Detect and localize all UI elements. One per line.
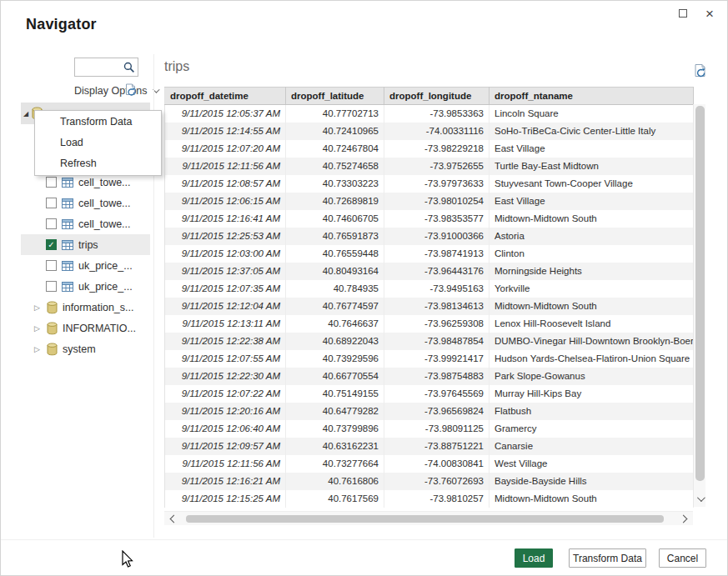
expand-icon[interactable]: ▷ [34,345,43,353]
table-cell: 9/11/2015 12:20:16 AM [165,403,286,420]
maximize-button[interactable] [672,4,694,23]
checkbox[interactable] [46,198,57,208]
vertical-scrollbar-thumb[interactable] [695,106,705,481]
table-cell: -73.98010254 [384,193,490,210]
checkbox[interactable] [46,260,57,271]
table-row: 9/11/2015 12:16:21 AM40.7616806-73.76072… [165,473,694,490]
table-cell: 9/11/2015 12:25:53 AM [165,228,286,245]
table-cell: -73.9853363 [384,105,490,123]
checkbox[interactable]: ✓ [46,239,57,250]
table-row: 9/11/2015 12:37:05 AM40.80493164-73.9644… [165,263,694,280]
table-cell: -73.96259308 [384,315,490,333]
refresh-preview-icon[interactable] [693,63,708,82]
table-cell: Lenox Hill-Roosevelt Island [490,315,694,333]
search-input[interactable] [75,58,123,76]
table-row: 9/11/2015 12:06:15 AM40.72689819-73.9801… [165,193,694,210]
table-cell: Stuyvesant Town-Cooper Village [490,175,694,193]
table-row: 9/11/2015 12:22:30 AM40.66770554-73.9875… [165,368,694,385]
table-cell: Clinton [490,245,694,263]
tree-item-label: cell_towe... [78,218,131,230]
tree-item-uk-price[interactable]: uk_price_... [21,255,150,276]
table-cell: -73.99921417 [384,350,490,368]
table-row: 9/11/2015 12:05:37 AM40.77702713-73.9853… [165,105,694,123]
checkbox[interactable] [46,177,57,188]
vertical-scrollbar[interactable] [693,104,705,507]
table-cell: -73.97973633 [384,175,490,193]
table-cell: Lincoln Square [490,105,694,123]
table-row: 9/11/2015 12:08:57 AM40.73303223-73.9797… [165,175,694,193]
display-options-dropdown[interactable]: Display Options [74,85,158,97]
column-header-dropoff-datetime: dropoff_datetime [165,88,286,105]
scroll-left-icon[interactable] [170,515,178,523]
tree-item-label: INFORMATIO... [63,323,136,334]
table-cell: 40.73277664 [286,455,384,473]
table-cell: Murray Hill-Kips Bay [490,385,694,403]
table-cell: 9/11/2015 12:12:04 AM [165,298,286,315]
table-row: 9/11/2015 12:14:55 AM40.72410965-74.0033… [165,123,694,140]
table-row: 9/11/2015 12:25:53 AM40.76591873-73.9100… [165,228,694,245]
table-icon [62,198,73,208]
table-cell: 40.76774597 [286,298,384,315]
preview-table-container: dropoff_datetimedropoff_latitudedropoff_… [164,87,693,508]
table-cell: 9/11/2015 12:11:56 AM [165,158,286,175]
close-button[interactable]: × [699,4,720,23]
checkbox[interactable] [46,218,57,229]
context-menu: Transform DataLoadRefresh [34,110,162,176]
table-cell: 9/11/2015 12:16:41 AM [165,210,286,228]
table-cell: 40.72689819 [286,193,384,210]
checkbox[interactable] [46,281,57,292]
search-icon[interactable] [123,62,135,73]
close-icon: × [705,7,714,21]
scroll-down-icon[interactable] [697,493,705,502]
table-cell: 40.784935 [286,280,384,298]
tree-item-system[interactable]: ▷system [21,338,150,359]
table-cell: Yorkville [490,280,694,298]
table-cell: 9/11/2015 12:11:56 AM [165,455,286,473]
collapse-icon[interactable]: ◢ [23,110,28,118]
horizontal-scrollbar[interactable] [164,511,693,525]
table-row: 9/11/2015 12:11:56 AM40.73277664-74.0083… [165,455,694,473]
expand-icon[interactable]: ▷ [34,303,43,312]
table-row: 9/11/2015 12:07:22 AM40.75149155-73.9764… [165,385,694,403]
menu-item-refresh[interactable]: Refresh [35,153,161,174]
transform-data-button[interactable]: Transform Data [569,548,646,568]
horizontal-scrollbar-thumb[interactable] [186,515,664,523]
table-cell: West Village [490,455,694,473]
table-cell: -74.00331116 [384,123,490,140]
table-cell: 9/11/2015 12:06:15 AM [165,193,286,210]
table-icon [62,282,73,292]
tree-item-uk-price[interactable]: uk_price_... [21,276,150,297]
refresh-schema-icon[interactable] [124,83,138,100]
table-cell: East Village [490,140,694,158]
database-icon [47,322,58,335]
table-row: 9/11/2015 12:20:16 AM40.64779282-73.9656… [165,403,694,420]
table-cell: -73.98134613 [384,298,490,315]
tree-item-trips[interactable]: ✓trips [21,234,150,255]
load-button[interactable]: Load [515,548,553,568]
table-cell: 9/11/2015 12:22:38 AM [165,333,286,350]
tree-item-cell-towe[interactable]: cell_towe... [21,193,150,213]
table-cell: 40.76559448 [286,245,384,263]
table-cell: 40.68922043 [286,333,384,350]
tree-item-cell-towe[interactable]: cell_towe... [21,213,150,234]
table-cell: 40.80493164 [286,263,384,280]
tree-item-information-s[interactable]: ▷information_s... [21,297,150,318]
table-cell: 40.73929596 [286,350,384,368]
table-row: 9/11/2015 12:07:35 AM40.784935-73.949516… [165,280,694,298]
preview-title: trips [164,59,189,74]
column-header-dropoff-latitude: dropoff_latitude [286,88,384,105]
table-cell: 40.7616806 [286,473,384,490]
table-cell: 40.76591873 [286,228,384,245]
menu-item-transform-data[interactable]: Transform Data [35,112,161,133]
menu-item-load[interactable]: Load [35,133,161,153]
table-row: 9/11/2015 12:13:11 AM40.7646637-73.96259… [165,315,694,333]
expand-icon[interactable]: ▷ [34,324,43,333]
tree-item-informatio[interactable]: ▷INFORMATIO... [21,318,150,338]
table-cell: 40.75274658 [286,158,384,175]
mouse-cursor [121,550,133,572]
table-cell: -73.91000366 [384,228,490,245]
cancel-button[interactable]: Cancel [659,548,706,568]
table-cell: -73.96569824 [384,403,490,420]
table-cell: -73.88751221 [384,438,490,455]
scroll-right-icon[interactable] [680,515,688,523]
